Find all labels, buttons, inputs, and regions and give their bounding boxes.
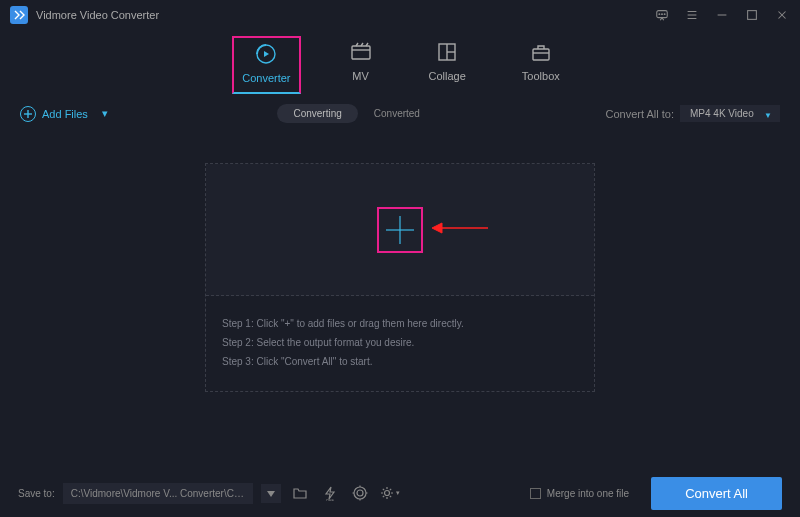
svg-point-2 bbox=[662, 14, 663, 15]
minimize-button[interactable] bbox=[714, 7, 730, 23]
svg-point-33 bbox=[385, 491, 390, 496]
svg-point-1 bbox=[659, 14, 660, 15]
plus-circle-icon bbox=[20, 106, 36, 122]
svg-text:OFF: OFF bbox=[326, 498, 335, 501]
chevron-down-icon: ▼ bbox=[764, 111, 772, 120]
title-bar: Vidmore Video Converter bbox=[0, 0, 800, 30]
tab-label: MV bbox=[352, 70, 369, 82]
convert-all-to-label: Convert All to: bbox=[606, 108, 674, 120]
app-title: Vidmore Video Converter bbox=[36, 9, 654, 21]
save-to-label: Save to: bbox=[18, 488, 55, 499]
merge-label: Merge into one file bbox=[547, 488, 629, 499]
converter-icon bbox=[254, 42, 278, 66]
tab-label: Toolbox bbox=[522, 70, 560, 82]
sub-toolbar: Add Files ▾ Converting Converted Convert… bbox=[0, 94, 800, 133]
step-2: Step 2: Select the output format you des… bbox=[222, 333, 578, 352]
tab-converted[interactable]: Converted bbox=[358, 104, 436, 123]
collage-icon bbox=[435, 40, 459, 64]
tab-label: Collage bbox=[429, 70, 466, 82]
instructions: Step 1: Click "+" to add files or drag t… bbox=[206, 296, 594, 391]
convert-all-to: Convert All to: MP4 4K Video ▼ bbox=[606, 105, 780, 122]
format-select[interactable]: MP4 4K Video ▼ bbox=[680, 105, 780, 122]
tab-mv[interactable]: MV bbox=[341, 36, 381, 94]
svg-point-27 bbox=[354, 487, 366, 499]
hardware-accel-button[interactable]: OFF bbox=[319, 482, 341, 504]
svg-rect-17 bbox=[533, 49, 549, 60]
save-path-dropdown[interactable] bbox=[261, 484, 281, 503]
checkbox-icon bbox=[530, 488, 541, 499]
mv-icon bbox=[349, 40, 373, 64]
status-tabs: Converting Converted bbox=[108, 104, 606, 123]
add-files-button[interactable]: Add Files ▾ bbox=[20, 106, 108, 122]
annotation-arrow-icon bbox=[430, 221, 490, 239]
toolbox-icon bbox=[529, 40, 553, 64]
maximize-button[interactable] bbox=[744, 7, 760, 23]
drop-zone: Step 1: Click "+" to add files or drag t… bbox=[205, 163, 595, 392]
svg-point-28 bbox=[357, 490, 363, 496]
step-3: Step 3: Click "Convert All" to start. bbox=[222, 352, 578, 371]
svg-rect-8 bbox=[748, 11, 757, 20]
bottom-bar: Save to: C:\Vidmore\Vidmore V... Convert… bbox=[0, 469, 800, 517]
format-value: MP4 4K Video bbox=[690, 108, 754, 119]
add-files-big-button[interactable] bbox=[377, 207, 423, 253]
tab-converter[interactable]: Converter bbox=[232, 36, 300, 94]
merge-checkbox[interactable]: Merge into one file bbox=[530, 488, 629, 499]
svg-point-3 bbox=[664, 14, 665, 15]
feedback-icon[interactable] bbox=[654, 7, 670, 23]
add-files-label: Add Files bbox=[42, 108, 88, 120]
save-path-field[interactable]: C:\Vidmore\Vidmore V... Converter\Conver… bbox=[63, 483, 253, 504]
app-logo-icon bbox=[10, 6, 28, 24]
svg-marker-25 bbox=[267, 491, 275, 497]
drop-target[interactable] bbox=[206, 164, 594, 296]
open-folder-button[interactable] bbox=[289, 482, 311, 504]
step-1: Step 1: Click "+" to add files or drag t… bbox=[222, 314, 578, 333]
window-controls bbox=[654, 7, 790, 23]
tab-converting[interactable]: Converting bbox=[277, 104, 357, 123]
convert-all-button[interactable]: Convert All bbox=[651, 477, 782, 510]
svg-marker-24 bbox=[432, 223, 442, 233]
menu-icon[interactable] bbox=[684, 7, 700, 23]
tab-label: Converter bbox=[242, 72, 290, 84]
main-tabs: Converter MV Collage Toolbox bbox=[0, 30, 800, 94]
content-area: Step 1: Click "+" to add files or drag t… bbox=[0, 133, 800, 392]
tab-toolbox[interactable]: Toolbox bbox=[514, 36, 568, 94]
tab-collage[interactable]: Collage bbox=[421, 36, 474, 94]
settings-button[interactable]: ▾ bbox=[379, 482, 401, 504]
high-speed-button[interactable] bbox=[349, 482, 371, 504]
svg-rect-12 bbox=[352, 46, 370, 59]
close-button[interactable] bbox=[774, 7, 790, 23]
